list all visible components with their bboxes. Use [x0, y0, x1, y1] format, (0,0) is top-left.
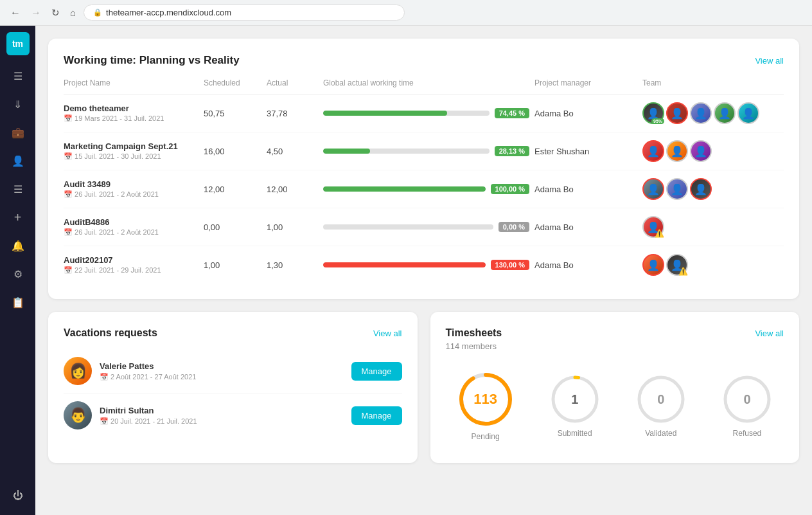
scheduled-val: 50,75	[204, 109, 261, 118]
sidebar-item-bell[interactable]: 🔔	[5, 233, 31, 258]
col-pm: Project manager	[534, 78, 637, 87]
sidebar-item-briefcase[interactable]: 💼	[5, 120, 31, 145]
team-avatars: 👤 👤 👤	[642, 178, 784, 200]
refresh-button[interactable]: ↻	[49, 5, 62, 21]
lock-icon: 🔒	[93, 8, 102, 17]
circle-refused: 0 Refused	[721, 374, 773, 438]
vacation-info: Valerie Pattes 📅 2 Août 2021 - 27 Août 2…	[100, 361, 344, 381]
sidebar-logo: tm	[6, 32, 30, 55]
sidebar-item-menu[interactable]: ☰	[5, 63, 31, 89]
project-date: 📅 19 Mars 2021 - 31 Juil. 2021	[64, 114, 199, 123]
vacation-date: 📅 2 Août 2021 - 27 Août 2021	[100, 373, 344, 381]
timesheets-title: Timesheets	[446, 327, 502, 339]
sidebar-item-list[interactable]: ☰	[5, 176, 31, 202]
circle-validated: 0 Validated	[635, 374, 687, 438]
vacation-item: 👨 Dimitri Sultan 📅 20 Juil. 2021 - 21 Ju…	[64, 393, 402, 437]
table-row: AuditB4886 📅 26 Juil. 2021 - 2 Août 2021…	[64, 208, 784, 246]
vacations-title: Vacations requests	[64, 327, 157, 339]
project-date: 📅 26 Juil. 2021 - 2 Août 2021	[64, 190, 199, 199]
submitted-label: Submitted	[558, 429, 592, 438]
main-content: Working time: Planning vs Reality View a…	[35, 26, 812, 515]
manage-button[interactable]: Manage	[351, 362, 402, 381]
timesheets-card: Timesheets View all 114 members	[430, 312, 800, 463]
project-name: Marketing Campaign Sept.21	[64, 141, 199, 151]
sidebar-item-download[interactable]: ⇓	[5, 91, 31, 117]
pm-name: Adama Bo	[534, 109, 637, 118]
scheduled-val: 0,00	[204, 222, 261, 232]
project-date: 📅 26 Juil. 2021 - 2 Août 2021	[64, 228, 199, 237]
project-name: AuditB4886	[64, 217, 199, 227]
scheduled-val: 1,00	[204, 260, 261, 270]
table-row: Audit 33489 📅 26 Juil. 2021 - 2 Août 202…	[64, 170, 784, 208]
actual-val: 37,78	[267, 109, 318, 118]
address-bar[interactable]: 🔒 theteamer-accp.mendixcloud.com	[84, 5, 405, 21]
sidebar: tm ☰ ⇓ 💼 👤 ☰ + 🔔 ⚙ 📋 ⏻	[0, 26, 35, 515]
submitted-value: 1	[571, 392, 578, 407]
actual-val: 4,50	[267, 147, 318, 156]
vacation-date: 📅 20 Juil. 2021 - 21 Juil. 2021	[100, 417, 344, 426]
pm-name: Adama Bo	[534, 260, 637, 270]
scheduled-val: 16,00	[204, 147, 261, 156]
col-project-name: Project Name	[64, 78, 199, 87]
sidebar-item-settings[interactable]: ⚙	[5, 261, 31, 287]
progress-bar-container: 74,45 %	[323, 108, 529, 118]
timesheets-circles: 113 Pending 1	[446, 364, 784, 447]
pm-name: Adama Bo	[534, 222, 637, 232]
working-time-card: Working time: Planning vs Reality View a…	[48, 39, 799, 299]
col-actual: Actual	[267, 78, 318, 87]
vacation-name: Valerie Pattes	[100, 361, 344, 371]
sidebar-item-power[interactable]: ⏻	[5, 483, 31, 509]
actual-val: 12,00	[267, 185, 318, 194]
vacations-card: Vacations requests View all 👩 Valerie Pa…	[48, 312, 418, 463]
team-avatars: 👤 ⚠️	[642, 216, 784, 238]
back-button[interactable]: ←	[8, 5, 23, 21]
validated-value: 0	[657, 392, 664, 407]
project-date: 📅 15 Juil. 2021 - 30 Juil. 2021	[64, 152, 199, 161]
forward-button[interactable]: →	[28, 5, 44, 21]
col-team: Team	[642, 78, 784, 87]
table-header: Project Name Scheduled Actual Global act…	[64, 78, 784, 95]
circle-submitted: 1 Submitted	[549, 374, 601, 438]
progress-bar-container: 28,13 %	[323, 146, 529, 156]
vacation-name: Dimitri Sultan	[100, 406, 344, 415]
circle-pending: 113 Pending	[457, 370, 515, 441]
project-name: Audit202107	[64, 255, 199, 265]
team-avatars: 👤 👤 👤	[642, 140, 784, 162]
refused-value: 0	[743, 392, 750, 407]
table-row: Audit202107 📅 22 Juil. 2021 - 29 Juil. 2…	[64, 246, 784, 284]
refused-label: Refused	[733, 429, 762, 438]
pm-name: Ester Shushan	[534, 147, 637, 156]
timesheets-subtitle: 114 members	[446, 341, 784, 351]
avatar: 👨	[64, 401, 92, 429]
sidebar-item-user[interactable]: 👤	[5, 148, 31, 174]
vacations-view-all[interactable]: View all	[373, 329, 402, 338]
validated-label: Validated	[645, 429, 676, 438]
team-avatars: 👤 95% 👤 👤 👤 👤	[642, 102, 784, 124]
manage-button[interactable]: Manage	[351, 406, 402, 425]
table-row: Demo theteamer 📅 19 Mars 2021 - 31 Juil.…	[64, 95, 784, 132]
project-date: 📅 22 Juil. 2021 - 29 Juil. 2021	[64, 266, 199, 275]
timesheets-view-all[interactable]: View all	[755, 329, 784, 338]
sidebar-item-reports[interactable]: 📋	[5, 289, 31, 315]
working-time-view-all[interactable]: View all	[755, 56, 784, 66]
pm-name: Adama Bo	[534, 185, 637, 194]
progress-bar-container: 0,00 %	[323, 222, 529, 232]
table-row: Marketing Campaign Sept.21 📅 15 Juil. 20…	[64, 132, 784, 170]
progress-bar-container: 100,00 %	[323, 184, 529, 194]
project-name: Audit 33489	[64, 179, 199, 189]
url-text: theteamer-accp.mendixcloud.com	[106, 8, 231, 17]
avatar: 👩	[64, 357, 92, 385]
pending-label: Pending	[472, 432, 500, 441]
col-scheduled: Scheduled	[204, 78, 261, 87]
actual-val: 1,30	[267, 260, 318, 270]
home-button[interactable]: ⌂	[67, 5, 78, 21]
project-name: Demo theteamer	[64, 104, 199, 113]
vacation-item: 👩 Valerie Pattes 📅 2 Août 2021 - 27 Août…	[64, 349, 402, 393]
col-global: Global actual working time	[323, 78, 529, 87]
progress-bar-container: 130,00 %	[323, 260, 529, 270]
scheduled-val: 12,00	[204, 185, 261, 194]
actual-val: 1,00	[267, 222, 318, 232]
sidebar-item-add[interactable]: +	[5, 204, 31, 230]
team-avatars: 👤 👤 ⚠️	[642, 254, 784, 276]
vacation-info: Dimitri Sultan 📅 20 Juil. 2021 - 21 Juil…	[100, 406, 344, 426]
